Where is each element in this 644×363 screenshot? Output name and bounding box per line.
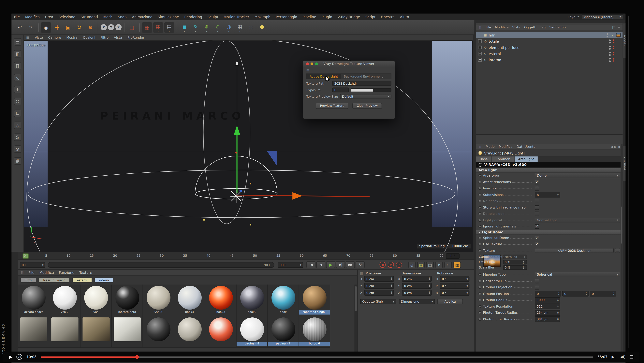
- end-frame-field[interactable]: 90 F▲▼: [278, 262, 303, 268]
- menu-item[interactable]: File: [14, 15, 20, 19]
- keyframe-dot-icon[interactable]: [478, 174, 482, 177]
- panel-menu-icon[interactable]: ▦: [26, 36, 30, 40]
- browse-button[interactable]: ...: [615, 248, 620, 253]
- menu-item[interactable]: Finestre: [381, 15, 394, 19]
- material-item[interactable]: [174, 316, 206, 348]
- toolbar-button[interactable]: [139, 23, 140, 32]
- checkbox[interactable]: [535, 212, 539, 216]
- keyframe-dot-icon[interactable]: [478, 280, 482, 282]
- exposure-slider[interactable]: [351, 88, 392, 92]
- menu-item[interactable]: Sculpt: [207, 15, 218, 19]
- keying-button[interactable]: P: [435, 262, 442, 268]
- toolbar-button[interactable]: ↻: [74, 22, 84, 32]
- menu-item[interactable]: Plugin: [322, 15, 332, 19]
- viewport-menu-item[interactable]: Opzioni: [83, 36, 95, 40]
- checkbox[interactable]: [535, 279, 539, 283]
- keying-button[interactable]: ▦: [417, 262, 424, 268]
- toolbar-button[interactable]: ▣: [63, 22, 73, 32]
- texture-tag-icon[interactable]: [616, 33, 620, 38]
- keyframe-dot-icon[interactable]: [478, 187, 482, 190]
- toolbar-button[interactable]: [38, 23, 39, 32]
- menu-item[interactable]: Motion Tracker: [224, 15, 249, 19]
- mode-button[interactable]: S: [14, 134, 21, 141]
- record-button[interactable]: ●: [380, 262, 386, 268]
- zoom-icon[interactable]: [315, 62, 318, 65]
- panel-tool-icon[interactable]: ≡: [617, 26, 620, 29]
- ground-position-x-field[interactable]: 0▲▼: [535, 291, 561, 296]
- menu-item[interactable]: Simulazione: [158, 15, 179, 19]
- transport-button[interactable]: ↻: [356, 261, 365, 268]
- toolbar-button[interactable]: ● ▾: [257, 22, 267, 32]
- value-field[interactable]: 254 cm▲▼: [535, 310, 560, 316]
- dropdown[interactable]: Dome▾: [535, 173, 620, 178]
- record-button[interactable]: ↻: [388, 262, 394, 268]
- record-button[interactable]: ?: [396, 262, 402, 268]
- texture-file-button[interactable]: <VR> 2028 Dusk.hdr: [535, 248, 614, 253]
- mode-button[interactable]: ▥: [14, 62, 21, 69]
- side-tab-attributes[interactable]: Attributi: [623, 146, 626, 181]
- keying-button[interactable]: ∷: [444, 262, 452, 268]
- checkbox[interactable]: [535, 199, 539, 204]
- menu-item[interactable]: Aiuto: [400, 15, 409, 19]
- checkbox[interactable]: [535, 205, 539, 210]
- replay-10-icon[interactable]: 10: [16, 354, 22, 360]
- toolbar-button[interactable]: ⊕: [86, 22, 95, 32]
- keyframe-dot-icon[interactable]: [478, 273, 482, 276]
- attribute-tab[interactable]: Area light: [514, 156, 538, 162]
- play-icon[interactable]: ▶: [9, 354, 13, 360]
- material-item[interactable]: [80, 316, 112, 348]
- mode-button[interactable]: ⊙: [14, 146, 21, 153]
- viewport-menu-item[interactable]: Camere: [48, 36, 61, 40]
- toolbar-button[interactable]: ▤ ▾: [164, 22, 174, 32]
- timeline-ruler[interactable]: 0 051015202530354045505560657075808590 0…: [18, 252, 474, 260]
- dropdown[interactable]: Spherical▾: [535, 272, 620, 278]
- transport-button[interactable]: ▶|: [336, 261, 345, 268]
- transport-button[interactable]: ▶: [326, 261, 335, 268]
- panel-tool-icon[interactable]: ▤: [612, 26, 616, 29]
- keyframe-dot-icon[interactable]: [478, 219, 482, 222]
- keyframe-dot-icon[interactable]: [478, 243, 482, 246]
- preview-texture-button[interactable]: Preview Texture: [316, 102, 349, 109]
- layout-select[interactable]: videocorsi (Utente)▾: [582, 14, 623, 19]
- expand-toggle-icon[interactable]: +: [478, 52, 482, 56]
- keying-button[interactable]: ⊕: [408, 262, 416, 268]
- toolbar-button[interactable]: ✎ ▾: [190, 22, 200, 32]
- material-item[interactable]: book4: [174, 285, 206, 316]
- menu-item[interactable]: MoGraph: [254, 15, 270, 19]
- layer-filter-button[interactable]: Nessun Livello: [39, 278, 70, 282]
- section-header-light-dome[interactable]: ▼Light Dome: [476, 230, 623, 235]
- toolbar-button[interactable]: ▦: [142, 22, 152, 32]
- object-row[interactable]: + ◇ interno: [476, 56, 623, 63]
- toolbar-button[interactable]: [176, 23, 177, 32]
- visibility-dots-icon[interactable]: [607, 33, 608, 37]
- transport-button[interactable]: ◀: [316, 261, 325, 268]
- toolbar-button[interactable]: Z: [116, 24, 122, 30]
- panel-menu-icon[interactable]: ▦: [360, 272, 364, 275]
- material-item[interactable]: [49, 316, 80, 348]
- attribute-menu-item[interactable]: Modo: [486, 145, 495, 149]
- attribute-scrollbar[interactable]: [620, 144, 622, 352]
- value-field[interactable]: 8▲▼: [535, 192, 560, 198]
- toolbar-button[interactable]: [124, 23, 124, 32]
- visibility-dots-icon[interactable]: [609, 39, 610, 44]
- toolbar-button[interactable]: [98, 23, 98, 32]
- object-row[interactable]: + ◇ totale: [476, 38, 623, 44]
- keyframe-dot-icon[interactable]: [478, 212, 482, 216]
- toolbar-button[interactable]: □: [127, 22, 137, 32]
- clear-preview-button[interactable]: Clear Preview: [352, 102, 382, 109]
- toolbar-button[interactable]: X: [100, 24, 107, 30]
- menu-item[interactable]: Modifica: [25, 15, 40, 19]
- object-row[interactable]: + ◇ esterni: [476, 50, 623, 56]
- preview-size-dropdown[interactable]: Default▾: [340, 94, 392, 99]
- material-menu-item[interactable]: Funzione: [59, 270, 74, 274]
- visibility-dots-icon[interactable]: [609, 46, 610, 50]
- keyframe-dot-icon[interactable]: [478, 206, 482, 209]
- transport-button[interactable]: ▶▶: [346, 261, 355, 268]
- object-menu-item[interactable]: Tag: [540, 26, 546, 29]
- menu-item[interactable]: Personaggio: [276, 15, 297, 19]
- panel-menu-icon[interactable]: ▦: [478, 145, 482, 149]
- menu-item[interactable]: Mesh: [104, 15, 113, 19]
- material-item[interactable]: laccato nero: [112, 285, 143, 316]
- menu-item[interactable]: Pipeline: [302, 15, 316, 19]
- keyframe-dot-icon[interactable]: [478, 318, 482, 321]
